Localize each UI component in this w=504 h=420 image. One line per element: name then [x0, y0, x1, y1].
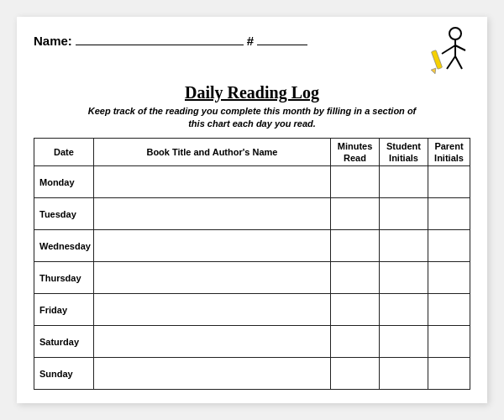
- day-label: Friday: [34, 294, 94, 326]
- content-cell[interactable]: [93, 294, 330, 326]
- col-header-minutes: Minutes Read: [331, 138, 380, 166]
- col-header-parent: Parent Initials: [428, 138, 470, 166]
- table-row: Sunday: [34, 358, 470, 390]
- day-label: Monday: [34, 166, 94, 198]
- content-cell[interactable]: [331, 294, 380, 326]
- content-cell[interactable]: [331, 166, 380, 198]
- content-cell[interactable]: [380, 294, 428, 326]
- col-header-book: Book Title and Author's Name: [93, 138, 330, 166]
- table-row: Saturday: [34, 326, 470, 358]
- table-row: Tuesday: [34, 198, 470, 230]
- day-label: Tuesday: [34, 198, 94, 230]
- header-row: Name: #: [34, 32, 470, 81]
- table-row: Thursday: [34, 262, 470, 294]
- stick-figure: [430, 27, 470, 81]
- content-cell[interactable]: [331, 198, 380, 230]
- content-cell[interactable]: [428, 358, 470, 390]
- content-cell[interactable]: [380, 198, 428, 230]
- content-cell[interactable]: [380, 262, 428, 294]
- content-cell[interactable]: [93, 166, 330, 198]
- stick-figure-icon: [430, 27, 470, 76]
- content-cell[interactable]: [428, 166, 470, 198]
- day-label: Saturday: [34, 326, 94, 358]
- page-title: Daily Reading Log: [34, 83, 470, 102]
- page: Name: #: [17, 17, 487, 403]
- table-row: Friday: [34, 294, 470, 326]
- content-cell[interactable]: [428, 294, 470, 326]
- hash-label: #: [247, 34, 254, 48]
- content-cell[interactable]: [93, 326, 330, 358]
- content-cell[interactable]: [380, 166, 428, 198]
- svg-line-3: [455, 45, 465, 50]
- content-cell[interactable]: [93, 262, 330, 294]
- name-underline: [76, 32, 244, 45]
- content-cell[interactable]: [428, 230, 470, 262]
- content-cell[interactable]: [93, 358, 330, 390]
- content-cell[interactable]: [331, 326, 380, 358]
- svg-line-4: [447, 56, 455, 69]
- content-cell[interactable]: [428, 262, 470, 294]
- svg-line-2: [442, 45, 455, 54]
- content-cell[interactable]: [380, 358, 428, 390]
- hash-underline: [257, 32, 307, 45]
- content-cell[interactable]: [93, 230, 330, 262]
- day-label: Thursday: [34, 262, 94, 294]
- content-cell[interactable]: [380, 230, 428, 262]
- col-header-date: Date: [34, 138, 94, 166]
- col-header-student: Student Initials: [380, 138, 428, 166]
- svg-point-0: [449, 28, 461, 39]
- svg-rect-6: [431, 50, 442, 69]
- day-label: Wednesday: [34, 230, 94, 262]
- content-cell[interactable]: [380, 326, 428, 358]
- svg-line-5: [455, 56, 462, 69]
- reading-log-table: Date Book Title and Author's Name Minute…: [34, 138, 470, 391]
- table-row: Monday: [34, 166, 470, 198]
- table-row: Wednesday: [34, 230, 470, 262]
- name-label: Name:: [34, 34, 72, 48]
- content-cell[interactable]: [428, 198, 470, 230]
- content-cell[interactable]: [93, 198, 330, 230]
- page-subtitle: Keep track of the reading you complete t…: [34, 105, 470, 131]
- name-line: Name: #: [34, 32, 307, 48]
- day-label: Sunday: [34, 358, 94, 390]
- content-cell[interactable]: [331, 358, 380, 390]
- content-cell[interactable]: [331, 262, 380, 294]
- content-cell[interactable]: [331, 230, 380, 262]
- svg-marker-7: [431, 68, 438, 75]
- hash-section: #: [247, 32, 307, 48]
- content-cell[interactable]: [428, 326, 470, 358]
